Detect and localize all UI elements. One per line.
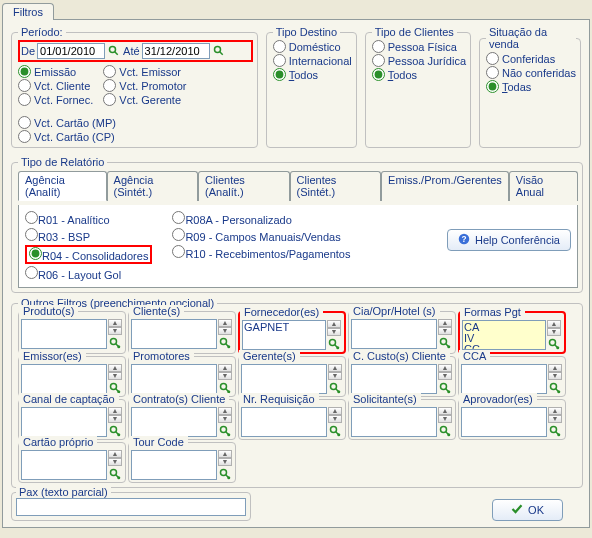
filter-lookup-icon[interactable]	[548, 382, 562, 394]
ok-button[interactable]: OK	[492, 499, 563, 521]
filter-list[interactable]	[351, 319, 437, 349]
filter-list[interactable]	[461, 364, 547, 394]
label-vct-emissor: Vct. Emissor	[119, 66, 181, 78]
filter-lookup-icon[interactable]	[438, 425, 452, 437]
radio-r03[interactable]	[25, 228, 38, 241]
radio-vct-cartao-mp[interactable]	[18, 116, 31, 129]
r04-highlight: R04 - Consolidadores	[25, 245, 152, 264]
filter-lookup-icon[interactable]	[218, 337, 232, 349]
help-label: Help Conferência	[475, 234, 560, 246]
filter-spinner[interactable]: ▲▼	[438, 364, 453, 380]
filter-list[interactable]	[131, 450, 217, 480]
filter-list[interactable]: CA IV CC	[462, 320, 546, 350]
radio-pf[interactable]	[372, 40, 385, 53]
filter-spinner[interactable]: ▲▼	[328, 407, 343, 423]
radio-conferidas[interactable]	[486, 52, 499, 65]
periodo-group: Período: De Até Emissão Vct. Cliente Vct…	[11, 26, 258, 148]
filter-spinner[interactable]: ▲▼	[438, 407, 453, 423]
filter-spinner[interactable]: ▲▼	[327, 320, 342, 336]
radio-vct-cartao-cp[interactable]	[18, 130, 31, 143]
filter-lookup-icon[interactable]	[548, 425, 562, 437]
date-from-lookup-icon[interactable]	[107, 44, 121, 58]
filter-list[interactable]	[131, 319, 217, 349]
filter-spinner[interactable]: ▲▼	[328, 364, 343, 380]
filter-list[interactable]	[241, 364, 327, 394]
filter-list[interactable]	[131, 364, 217, 394]
tab-clientes-analit[interactable]: Clientes (Analít.)	[198, 171, 290, 201]
radio-r10[interactable]	[172, 245, 185, 258]
filter-spinner[interactable]: ▲▼	[218, 319, 233, 335]
filter-spinner[interactable]: ▲▼	[218, 407, 233, 423]
filter-list[interactable]	[21, 407, 107, 437]
radio-vct-emissor[interactable]	[103, 65, 116, 78]
filter-lookup-icon[interactable]	[328, 382, 342, 394]
filter-box-14: Aprovador(es)▲▼	[458, 399, 566, 440]
filter-spinner[interactable]: ▲▼	[218, 364, 233, 380]
filter-spinner[interactable]: ▲▼	[108, 407, 123, 423]
filter-lookup-icon[interactable]	[547, 338, 561, 350]
radio-r04[interactable]	[29, 247, 42, 260]
filter-list[interactable]	[351, 407, 437, 437]
radio-r01[interactable]	[25, 211, 38, 224]
filter-lookup-icon[interactable]	[218, 425, 232, 437]
filter-spinner[interactable]: ▲▼	[218, 450, 233, 466]
tab-clientes-sintet[interactable]: Clientes (Sintét.)	[290, 171, 382, 201]
filter-list[interactable]: GAPNET	[242, 320, 326, 350]
date-from-input[interactable]	[37, 43, 105, 59]
svg-point-50	[557, 433, 560, 436]
radio-todas-situacao[interactable]	[486, 80, 499, 93]
periodo-col1: Emissão Vct. Cliente Vct. Fornec.	[18, 65, 93, 106]
radio-todos-clientes[interactable]	[372, 68, 385, 81]
filter-lookup-icon[interactable]	[327, 338, 341, 350]
radio-r06[interactable]	[25, 266, 38, 279]
tab-emiss-prom-ger[interactable]: Emiss./Prom./Gerentes	[381, 171, 509, 201]
radio-nao-conferidas[interactable]	[486, 66, 499, 79]
radio-vct-promotor[interactable]	[103, 79, 116, 92]
filter-spinner[interactable]: ▲▼	[108, 364, 123, 380]
help-conferencia-button[interactable]: ? Help Conferência	[447, 229, 571, 251]
filter-spinner[interactable]: ▲▼	[438, 319, 453, 335]
radio-r08a[interactable]	[172, 211, 185, 224]
radio-pj[interactable]	[372, 54, 385, 67]
radio-todos-destino[interactable]	[273, 68, 286, 81]
filter-list[interactable]	[21, 319, 107, 349]
filter-spinner[interactable]: ▲▼	[547, 320, 562, 336]
filter-list[interactable]	[241, 407, 327, 437]
filter-list[interactable]	[21, 364, 107, 394]
svg-point-2	[214, 47, 220, 53]
filter-list[interactable]	[21, 450, 107, 480]
filter-lookup-icon[interactable]	[108, 337, 122, 349]
filter-spinner[interactable]: ▲▼	[548, 364, 563, 380]
radio-emissao[interactable]	[18, 65, 31, 78]
filter-spinner[interactable]: ▲▼	[108, 319, 123, 335]
date-to-lookup-icon[interactable]	[212, 44, 226, 58]
filter-lookup-icon[interactable]	[218, 468, 232, 480]
label-r08a: R08A - Personalizado	[185, 214, 291, 226]
main-tab-filtros[interactable]: Filtros	[2, 3, 54, 20]
filter-lookup-icon[interactable]	[438, 382, 452, 394]
filter-lookup-icon[interactable]	[438, 337, 452, 349]
filter-spinner[interactable]: ▲▼	[108, 450, 123, 466]
tab-visao-anual[interactable]: Visão Anual	[509, 171, 578, 201]
tab-agencia-analit[interactable]: Agência (Analít)	[18, 171, 107, 201]
label-r04: R04 - Consolidadores	[42, 250, 148, 262]
filter-list[interactable]	[131, 407, 217, 437]
filter-title: Solicitante(s)	[349, 393, 421, 405]
date-to-input[interactable]	[142, 43, 210, 59]
radio-vct-gerente[interactable]	[103, 93, 116, 106]
tab-agencia-sintet[interactable]: Agência (Sintét.)	[107, 171, 199, 201]
radio-domestico[interactable]	[273, 40, 286, 53]
radio-vct-fornec[interactable]	[18, 93, 31, 106]
filter-lookup-icon[interactable]	[108, 425, 122, 437]
radio-r09[interactable]	[172, 228, 185, 241]
radio-vct-cliente[interactable]	[18, 79, 31, 92]
radio-internacional[interactable]	[273, 54, 286, 67]
filter-lookup-icon[interactable]	[328, 425, 342, 437]
filter-lookup-icon[interactable]	[108, 468, 122, 480]
pax-input[interactable]	[16, 498, 246, 516]
filter-list[interactable]	[461, 407, 547, 437]
svg-point-33	[551, 384, 557, 390]
tipo-destino-group: Tipo Destino Doméstico Internacional Tod…	[266, 26, 357, 148]
filter-spinner[interactable]: ▲▼	[548, 407, 563, 423]
filter-list[interactable]	[351, 364, 437, 394]
